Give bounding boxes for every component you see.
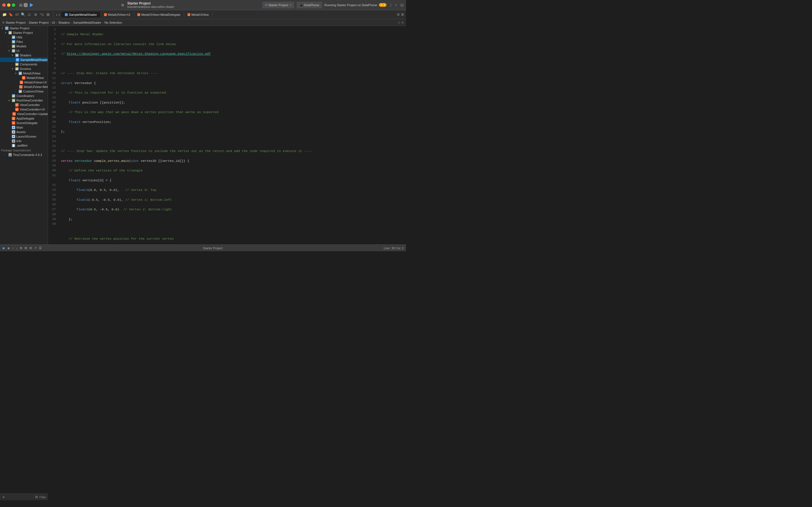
folder-icon[interactable]: 📁 <box>2 12 7 17</box>
nav-arrows: ‹ › <box>56 12 60 17</box>
sidebar-item-main[interactable]: ✕ Main <box>0 125 48 130</box>
folder-icon: 📁 <box>15 67 19 70</box>
status-icon-branch[interactable]: ⊕ <box>20 246 22 250</box>
swift-file-icon-8: S <box>12 121 15 125</box>
sidebar-item-viewcontroller-ui[interactable]: S ViewController+UI <box>0 107 48 112</box>
add-button[interactable]: ＋ <box>394 3 398 8</box>
project-path: tutorial/metal/pass-data-within-shader <box>127 5 175 8</box>
close-button[interactable] <box>2 3 6 7</box>
sidebar-item-metaluiview-file[interactable]: S MetalUIView <box>0 75 48 80</box>
sidebar-item-utils[interactable]: › 📁 Utils <box>0 35 48 40</box>
delaphone-tab[interactable]: 📱 DelaPhone <box>297 2 322 8</box>
sidebar: ▼ S Starter Project ▼ 📁 Starter Project … <box>0 26 48 244</box>
breadcrumb-ui[interactable]: UI <box>52 21 55 24</box>
code-line-19: float3(0.5, -0.5, 0.0) // Vertex 2: Bott… <box>61 207 406 212</box>
editor-area[interactable]: 1 2 3 4 5 6 7 8 9 10 11 12 13 14 15 16 1… <box>48 26 406 244</box>
maximize-button[interactable] <box>12 3 15 7</box>
tab-sample-metal-shader[interactable]: SampleMetalShader <box>61 12 101 17</box>
swift-file-icon-7: S <box>12 117 15 120</box>
tab-metaluiview-metaldelegate[interactable]: MetalUIView+MetalDelegate <box>134 12 184 17</box>
tab-metaluiview[interactable]: MetalUIView <box>184 12 213 17</box>
sidebar-item-swiftlint[interactable]: 📄 .swiftlint <box>0 143 48 148</box>
filter-icon[interactable]: ⊘ <box>33 12 38 17</box>
code-line-10: float3 vertexPosition; <box>61 120 406 124</box>
sidebar-item-components[interactable]: › 📁 Components <box>0 62 48 66</box>
folder-icon: 📁 <box>12 94 15 98</box>
sidebar-toggle-icon[interactable]: ⊞ <box>19 3 22 7</box>
grid-icon[interactable]: ⊞ <box>401 13 404 16</box>
sidebar-item-starter-project[interactable]: ▼ 📁 Starter Project <box>0 31 48 35</box>
warning-icon[interactable]: ⚠ <box>27 12 32 17</box>
sidebar-item-viewcontroller[interactable]: S ViewController <box>0 103 48 107</box>
chevron-icon: ▼ <box>15 72 17 75</box>
status-icon-arrow[interactable]: ↗ <box>34 246 37 250</box>
sidebar-item-assets[interactable]: ⊞ Assets <box>0 130 48 134</box>
compare-icon[interactable]: ⊞ <box>46 12 50 17</box>
sidebar-item-metaluiview-metaldelegate[interactable]: S MetalUIView+MetalDelegate <box>0 84 48 89</box>
moon-icon[interactable]: ☽ <box>388 3 392 7</box>
sidebar-item-viewcontroller-update[interactable]: S ViewController+Update <box>0 112 48 116</box>
sidebar-item-screens[interactable]: ▼ 📁 Screens <box>0 66 48 71</box>
nav-forward[interactable]: › <box>59 12 60 17</box>
sidebar-item-launchscreen[interactable]: ✕ LaunchScreen <box>0 134 48 139</box>
running-indicator: Running Starter Project on DelaPhone ⚠ 1… <box>325 3 392 7</box>
layout-button[interactable]: ⊟ <box>400 3 404 7</box>
dot-blue-icon[interactable]: ● <box>2 246 5 250</box>
folder-icon: 📁 <box>12 45 15 48</box>
sidebar-item-sample-metal-shader[interactable]: M SampleMetalShader <box>0 58 48 62</box>
project-folder-icon: S <box>5 26 8 30</box>
code-container: 1 2 3 4 5 6 7 8 9 10 11 12 13 14 15 16 1… <box>48 26 406 244</box>
status-icon-up[interactable]: ↑ <box>12 246 14 250</box>
tab-metaluiview-ui[interactable]: MetalUIView+UI <box>101 12 134 17</box>
sidebar-item-coordinators[interactable]: › 📁 Coordinators <box>0 94 48 98</box>
breadcrumb-no-selection[interactable]: No Selection <box>105 21 122 24</box>
status-icon-down[interactable]: ↓ <box>16 246 18 250</box>
asset-icon: ⊞ <box>12 130 15 134</box>
sidebar-item-customuiview[interactable]: › 📁 CustomUIView <box>0 89 48 94</box>
sidebar-item-files[interactable]: › 📁 Files <box>0 40 48 44</box>
file-icon: 📄 <box>12 144 15 147</box>
code-line-16: float3 vertices[3] = { <box>61 178 406 183</box>
sidebar-item-scenedelegate[interactable]: S SceneDelegate <box>0 121 48 125</box>
sidebar-item-metaluiview-ui[interactable]: S MetalUIView+UI <box>0 80 48 84</box>
breadcrumb-shaders[interactable]: Shaders <box>58 21 70 24</box>
sidebar-item-ui[interactable]: ▼ 📁 UI <box>0 49 48 53</box>
play-button[interactable] <box>30 3 33 7</box>
source-control-icon[interactable]: ⌥ <box>40 12 44 17</box>
sidebar-item-rootviewcontroller[interactable]: ▼ 📁 RootViewController <box>0 98 48 103</box>
sidebar-item-starter-project-root[interactable]: ▼ S Starter Project <box>0 26 48 31</box>
dot-gray-icon[interactable]: ● <box>7 246 10 250</box>
split-icon[interactable]: ⊟ <box>397 13 400 16</box>
breadcrumb-sep-2: › <box>50 21 51 24</box>
sidebar-item-metaluiview-folder[interactable]: ▼ 📁 MetalUIView <box>0 71 48 75</box>
sidebar-item-models[interactable]: › 📁 Models <box>0 44 48 49</box>
code-line-8: float4 position [[position]]; <box>61 100 406 105</box>
status-icon-list[interactable]: ☰ <box>39 246 42 250</box>
status-icon-wifi[interactable]: ⊟ <box>29 246 32 250</box>
editor-right-icons: ⊟ ⊞ <box>397 13 404 16</box>
code-line-18: float3(-0.5, -0.5, 0.0), // Vertex 1: Bo… <box>61 198 406 202</box>
breadcrumb-sample-metal-shader[interactable]: SampleMetalShader <box>73 21 101 24</box>
sidebar-item-appdelegate[interactable]: S AppDelegate <box>0 116 48 121</box>
folder-icon: 📁 <box>19 90 22 93</box>
sidebar-item-shaders[interactable]: ▼ 📁 Shaders <box>0 53 48 58</box>
swift-file-icon-3: S <box>19 85 22 89</box>
code-line-17: float3(0.0, 0.5, 0.0), // Vertex 0: Top <box>61 187 406 192</box>
tag-icon[interactable]: 🏷 <box>15 12 19 17</box>
code-content[interactable]: // Sample Metal Shader // For more infor… <box>59 26 406 244</box>
folder-icon: 📁 <box>12 36 15 39</box>
stop-button[interactable] <box>24 3 27 7</box>
breadcrumb-starter-project-2[interactable]: Starter Project <box>29 21 49 24</box>
swift-file-icon-5: S <box>15 108 19 111</box>
starter-project-tab[interactable]: ⊞ Starter Project ✕ <box>262 2 294 8</box>
bookmark-icon[interactable]: 🔖 <box>8 12 13 17</box>
search-icon[interactable]: 🔍 <box>21 12 25 17</box>
chevron-icon: ▼ <box>8 99 11 102</box>
nav-back[interactable]: ‹ <box>56 12 58 17</box>
status-bar-right: Line: 39 Col: 2 <box>384 246 404 250</box>
breadcrumb-starter-project[interactable]: Starter Project <box>6 21 25 24</box>
status-icon-clock[interactable]: ⊞ <box>24 246 27 250</box>
minimize-button[interactable] <box>7 3 10 7</box>
sidebar-item-tinyconstraints[interactable]: › 📦 TinyConstraints 4.0.2 <box>0 153 48 157</box>
sidebar-item-info[interactable]: ℹ Info <box>0 139 48 143</box>
